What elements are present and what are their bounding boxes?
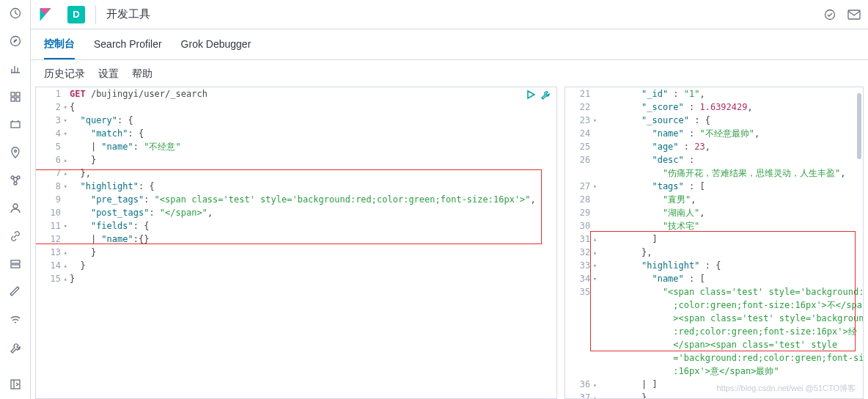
svg-rect-13	[11, 265, 20, 268]
pipe-icon[interactable]	[10, 258, 21, 270]
response-viewer[interactable]: 21 "_id" : "1",22 "_score" : 1.6392429,2…	[564, 87, 864, 399]
svg-rect-4	[11, 98, 15, 101]
collapse-icon[interactable]	[10, 378, 21, 390]
tab-grok-debugger[interactable]: Grok Debugger	[181, 29, 251, 59]
svg-point-10	[14, 182, 17, 185]
svg-rect-12	[11, 260, 20, 263]
divider	[95, 5, 96, 24]
svg-point-15	[825, 10, 835, 19]
map-icon[interactable]	[10, 147, 21, 158]
svg-rect-2	[11, 92, 15, 96]
run-icon[interactable]	[526, 89, 536, 100]
svg-point-7	[14, 150, 16, 153]
wrench-icon[interactable]	[540, 89, 551, 100]
fullscreen-icon[interactable]	[824, 9, 836, 21]
recent-icon[interactable]	[10, 7, 21, 19]
bar-chart-icon[interactable]	[10, 63, 21, 75]
tab-控制台[interactable]: 控制台	[44, 29, 75, 59]
wifi-icon[interactable]	[10, 314, 21, 326]
app-title: 开发工具	[106, 7, 150, 21]
help-link[interactable]: 帮助	[132, 67, 152, 81]
history-link[interactable]: 历史记录	[44, 67, 85, 81]
tabs: 控制台Search ProfilerGrok Debugger	[31, 29, 868, 60]
svg-rect-3	[16, 92, 20, 96]
main-content: D 开发工具 控制台Search ProfilerGrok Debugger 历…	[31, 0, 868, 399]
request-editor[interactable]: 1GET /bujingyi/user/_search2▾{3▾ "query"…	[35, 87, 557, 399]
top-bar: D 开发工具	[31, 0, 868, 29]
graph-icon[interactable]	[10, 175, 21, 186]
brush-icon[interactable]	[10, 286, 21, 298]
editor-area: 1GET /bujingyi/user/_search2▾{3▾ "query"…	[31, 87, 868, 399]
compass-icon[interactable]	[10, 35, 21, 47]
app-badge: D	[67, 6, 85, 23]
svg-point-11	[13, 204, 18, 208]
svg-rect-16	[848, 10, 860, 19]
watermark: https://blog.csdn.net/wei @51CTO博客	[717, 383, 856, 394]
timelion-icon[interactable]	[10, 119, 21, 131]
svg-rect-6	[11, 122, 20, 128]
tab-search-profiler[interactable]: Search Profiler	[94, 29, 162, 59]
mail-icon[interactable]	[847, 10, 861, 20]
settings-link[interactable]: 设置	[98, 67, 119, 81]
kibana-logo-icon	[38, 7, 53, 22]
wrench-icon[interactable]	[10, 342, 21, 354]
user-icon[interactable]	[10, 202, 21, 214]
dashboard-icon[interactable]	[10, 91, 21, 103]
scrollbar-vertical[interactable]	[856, 87, 863, 398]
svg-rect-5	[16, 98, 20, 101]
subnav: 历史记录 设置 帮助	[31, 60, 868, 87]
nav-sidebar	[0, 0, 31, 399]
link-icon[interactable]	[10, 230, 21, 242]
